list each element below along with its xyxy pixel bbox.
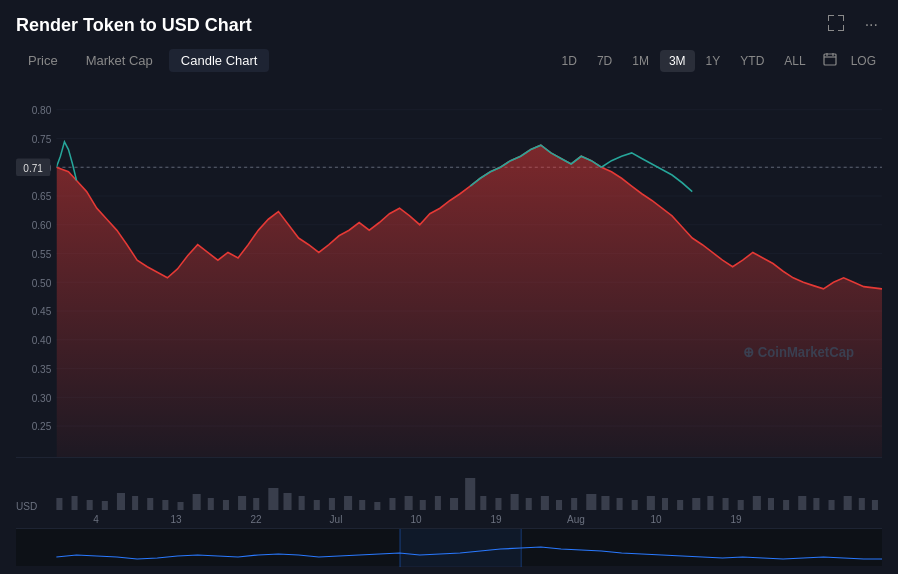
- svg-rect-7: [838, 30, 844, 31]
- timeframe-ytd[interactable]: YTD: [731, 50, 773, 72]
- chart-area: 0.80 0.75 0.70 0.65 0.60 0.55 0.50 0.45 …: [16, 81, 882, 566]
- tab-price[interactable]: Price: [16, 49, 70, 72]
- x-label-19: 19: [456, 514, 536, 528]
- svg-rect-88: [768, 498, 774, 510]
- svg-rect-5: [828, 30, 834, 31]
- svg-rect-42: [72, 496, 78, 510]
- svg-text:0.35: 0.35: [32, 363, 52, 376]
- svg-text:0.50: 0.50: [32, 276, 52, 289]
- header: Render Token to USD Chart ···: [16, 12, 882, 38]
- calendar-icon[interactable]: [817, 48, 843, 73]
- svg-rect-50: [193, 494, 201, 510]
- svg-rect-60: [344, 496, 352, 510]
- svg-text:0.55: 0.55: [32, 247, 52, 260]
- svg-rect-63: [389, 498, 395, 510]
- svg-rect-76: [586, 494, 596, 510]
- svg-rect-55: [268, 488, 278, 510]
- svg-rect-47: [147, 498, 153, 510]
- svg-rect-93: [844, 496, 852, 510]
- svg-rect-71: [511, 494, 519, 510]
- svg-text:USD: USD: [16, 501, 37, 512]
- svg-rect-83: [692, 498, 700, 510]
- svg-rect-85: [723, 498, 729, 510]
- svg-rect-45: [117, 493, 125, 510]
- svg-rect-46: [132, 496, 138, 510]
- timeframe-7d[interactable]: 7D: [588, 50, 621, 72]
- svg-rect-44: [102, 501, 108, 510]
- svg-rect-72: [526, 498, 532, 510]
- tab-candle-chart[interactable]: Candle Chart: [169, 49, 270, 72]
- x-label-jul: Jul: [296, 514, 376, 528]
- svg-rect-94: [859, 498, 865, 510]
- svg-rect-69: [480, 496, 486, 510]
- svg-rect-79: [632, 500, 638, 510]
- svg-rect-81: [662, 498, 668, 510]
- log-button[interactable]: LOG: [845, 50, 882, 72]
- x-label-end: [776, 514, 882, 528]
- header-icons: ···: [823, 12, 882, 38]
- timeframe-group: 1D 7D 1M 3M 1Y YTD ALL LOG: [553, 48, 882, 73]
- svg-rect-59: [329, 498, 335, 510]
- svg-rect-61: [359, 500, 365, 510]
- svg-rect-89: [783, 500, 789, 510]
- tab-market-cap[interactable]: Market Cap: [74, 49, 165, 72]
- svg-rect-56: [283, 493, 291, 510]
- x-label-aug: Aug: [536, 514, 616, 528]
- svg-rect-99: [521, 529, 522, 567]
- svg-text:0.30: 0.30: [32, 391, 52, 404]
- svg-rect-86: [738, 500, 744, 510]
- svg-rect-64: [405, 496, 413, 510]
- timeframe-all[interactable]: ALL: [775, 50, 814, 72]
- price-chart-svg: 0.80 0.75 0.70 0.65 0.60 0.55 0.50 0.45 …: [16, 81, 882, 457]
- svg-rect-1: [828, 15, 829, 21]
- expand-icon[interactable]: [823, 12, 849, 38]
- svg-rect-3: [843, 15, 844, 21]
- x-axis-labels: 4 13 22 Jul 10 19 Aug 10 19: [16, 512, 882, 528]
- svg-rect-80: [647, 496, 655, 510]
- timeframe-1d[interactable]: 1D: [553, 50, 586, 72]
- svg-rect-67: [450, 498, 458, 510]
- toolbar: Price Market Cap Candle Chart 1D 7D 1M 3…: [16, 48, 882, 73]
- x-label-4: 4: [56, 514, 136, 528]
- svg-rect-65: [420, 500, 426, 510]
- more-options-icon[interactable]: ···: [861, 14, 882, 36]
- svg-rect-84: [707, 496, 713, 510]
- svg-rect-48: [162, 500, 168, 510]
- svg-rect-90: [798, 496, 806, 510]
- timeframe-1m[interactable]: 1M: [623, 50, 658, 72]
- timeframe-1y[interactable]: 1Y: [697, 50, 730, 72]
- page-title: Render Token to USD Chart: [16, 15, 252, 36]
- main-price-chart: 0.80 0.75 0.70 0.65 0.60 0.55 0.50 0.45 …: [16, 81, 882, 457]
- x-label-10b: 10: [616, 514, 696, 528]
- mini-chart-svg: [16, 529, 882, 567]
- svg-rect-97: [400, 529, 521, 567]
- x-label-19b: 19: [696, 514, 776, 528]
- chart-type-tabs: Price Market Cap Candle Chart: [16, 49, 269, 72]
- timeframe-3m[interactable]: 3M: [660, 50, 695, 72]
- x-label-13: 13: [136, 514, 216, 528]
- svg-rect-68: [465, 478, 475, 510]
- svg-rect-66: [435, 496, 441, 510]
- svg-rect-52: [223, 500, 229, 510]
- svg-rect-74: [556, 500, 562, 510]
- svg-rect-91: [813, 498, 819, 510]
- x-label-10: 10: [376, 514, 456, 528]
- svg-rect-62: [374, 502, 380, 510]
- svg-rect-70: [495, 498, 501, 510]
- svg-rect-43: [87, 500, 93, 510]
- svg-rect-49: [177, 502, 183, 510]
- svg-rect-53: [238, 496, 246, 510]
- svg-rect-78: [617, 498, 623, 510]
- volume-chart: USD: [16, 457, 882, 512]
- svg-rect-82: [677, 500, 683, 510]
- svg-rect-54: [253, 498, 259, 510]
- svg-rect-77: [601, 496, 609, 510]
- svg-rect-8: [824, 54, 836, 65]
- svg-rect-57: [299, 496, 305, 510]
- app-container: Render Token to USD Chart ··· Price Mark: [0, 0, 898, 574]
- svg-rect-58: [314, 500, 320, 510]
- svg-rect-73: [541, 496, 549, 510]
- x-label-22: 22: [216, 514, 296, 528]
- mini-navigator[interactable]: [16, 528, 882, 566]
- svg-rect-98: [400, 529, 401, 567]
